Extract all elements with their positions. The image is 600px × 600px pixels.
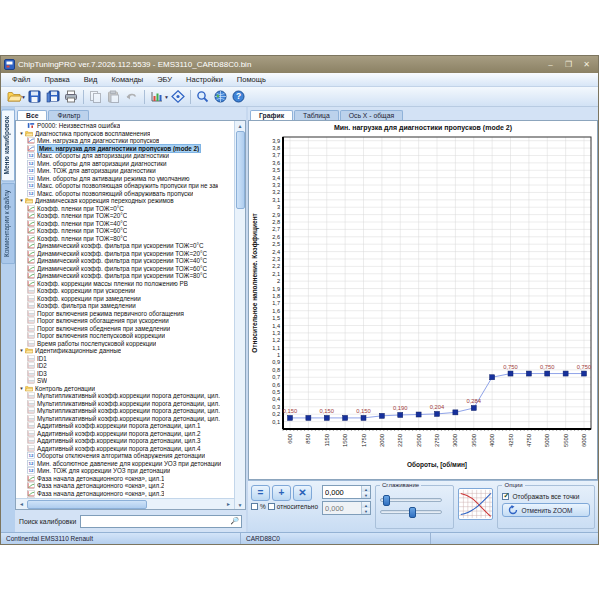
show-all-points-checkbox[interactable] [502, 493, 509, 500]
spin-arrows[interactable]: ▲▼ [361, 486, 370, 498]
help-button[interactable]: ? [230, 88, 248, 105]
right-panel-tab[interactable]: График [250, 110, 293, 120]
menu-item[interactable]: Помощь [230, 74, 273, 85]
relative-checkbox[interactable] [268, 503, 275, 510]
save-button[interactable] [26, 88, 44, 105]
scrollbar-thumb[interactable] [236, 131, 245, 209]
tree-item[interactable]: Мин. обороты для активации режима по умо… [16, 175, 234, 183]
tree-item[interactable]: Коэфф. пленки при ТОЖ=40°C [16, 220, 234, 228]
menu-item[interactable]: ЭБУ [150, 74, 179, 85]
print-button[interactable] [62, 88, 80, 105]
multiply-value-button[interactable]: ✕ [293, 485, 312, 501]
tree-item[interactable]: Мультипликативный коэфф.коррекции порога… [16, 400, 234, 408]
tree-item[interactable]: Мультипликативный коэфф.коррекции порога… [16, 392, 234, 400]
tree-item[interactable]: Мин. нагрузка для диагностики пропусков … [16, 145, 234, 153]
relative-input[interactable] [323, 502, 361, 514]
slider-thumb[interactable] [383, 495, 390, 506]
tree-item[interactable]: Макс. обороты позволяющая обнаружить про… [16, 182, 234, 190]
save-all-button[interactable] [44, 88, 62, 105]
left-panel-tab[interactable]: Все [17, 110, 47, 120]
tree-item[interactable]: Аддитивный коэфф.коррекции порога детона… [16, 430, 234, 438]
tree-item[interactable]: Коэфф. пленки при ТОЖ=20°C [16, 212, 234, 220]
add-value-button[interactable]: + [272, 485, 291, 501]
tree-item[interactable]: Коэфф. коррекции массы пленки по положен… [16, 280, 234, 288]
smoothing-slider-2[interactable] [380, 510, 442, 514]
tree-item[interactable]: Аддитивный коэфф.коррекции порога детона… [16, 437, 234, 445]
tree-item[interactable]: Динамический коэфф. фильтра при ускорени… [16, 257, 234, 265]
tree-item[interactable]: ID1 [16, 355, 234, 363]
tree-item[interactable]: Мультипликативный коэфф.коррекции порога… [16, 407, 234, 415]
expander-icon[interactable]: ▼ [18, 386, 25, 391]
tree-horizontal-scrollbar[interactable]: ◄ ► [16, 498, 234, 509]
tree-item[interactable]: Мин. ТОЖ для коррекции УОЗ при детонации [16, 467, 234, 475]
menu-item[interactable]: Команды [104, 74, 150, 85]
copy-button[interactable] [87, 88, 105, 105]
compass-button[interactable] [169, 88, 187, 105]
tree-item[interactable]: Динамический коэфф. фильтра при ускорени… [16, 265, 234, 273]
tree-item[interactable]: Динамический коэфф. фильтра при ускорени… [16, 250, 234, 258]
tree-item[interactable]: ID2 [16, 362, 234, 370]
tree-item[interactable]: Динамический коэфф. фильтра при ускорени… [16, 272, 234, 280]
browser-button[interactable] [212, 88, 230, 105]
tree-item[interactable]: Коэфф. пленки при ТОЖ=60°C [16, 227, 234, 235]
menu-item[interactable]: Вид [77, 74, 105, 85]
undo-button[interactable] [123, 88, 141, 105]
tree-item[interactable]: Аддитивный коэфф.коррекции порога детона… [16, 422, 234, 430]
tree-vertical-scrollbar[interactable]: ▲ ▼ [234, 121, 245, 509]
search-icon[interactable]: 🔎 [230, 517, 241, 525]
tree-item[interactable]: Коэфф. пленки при ТОЖ=0°C [16, 205, 234, 213]
menu-item[interactable]: Настройки [179, 74, 230, 85]
scroll-up-icon[interactable]: ▲ [235, 121, 246, 130]
side-tab[interactable]: Меню калибровок [1, 109, 15, 181]
tree-item[interactable]: Фаза начала детонационного «окна», цил.2 [16, 482, 234, 490]
smoothing-slider-1[interactable] [380, 498, 442, 502]
tree-item[interactable]: Порог включения послепусковой коррекции [16, 332, 234, 340]
scroll-right-icon[interactable]: ► [223, 500, 234, 509]
maximize-button[interactable]: ❐ [560, 59, 577, 71]
tree-item[interactable]: Коэфф. фильтра при замедлении [16, 302, 234, 310]
scrollbar-thumb[interactable] [27, 500, 147, 509]
tree-item[interactable]: Мультипликативный коэфф.коррекции порога… [16, 415, 234, 423]
tree-item[interactable]: ▼Контроль детонации [16, 385, 234, 393]
expander-icon[interactable]: ▼ [18, 131, 25, 136]
value-input[interactable] [323, 486, 361, 498]
tree-item[interactable]: Аддитивный коэфф.коррекции порога детона… [16, 445, 234, 453]
tree-item[interactable]: ▼Диагностика пропусков воспламенения [16, 130, 234, 138]
set-value-button[interactable]: = [251, 485, 270, 501]
tree-item[interactable]: P0000: Неизвестная ошибка [16, 122, 234, 130]
tree-item[interactable]: ▼Идентификационные данные [16, 347, 234, 355]
side-tab[interactable]: Комментарии к файлу [1, 183, 15, 264]
tree-item[interactable]: Мин. ТОЖ для авторизации диагностики [16, 167, 234, 175]
tree-item[interactable]: Порог включения обеднения при замедлении [16, 325, 234, 333]
scroll-down-icon[interactable]: ▼ [235, 500, 246, 509]
tree-item[interactable]: Мин. абсолютное давление для коррекции У… [16, 460, 234, 468]
search-input[interactable] [81, 516, 230, 527]
cancel-zoom-button[interactable]: Отменить ZOOM [502, 503, 590, 517]
spin-arrows[interactable]: ▲▼ [361, 502, 370, 514]
right-panel-tab[interactable]: Ось X - общая [340, 110, 403, 120]
tree-item[interactable]: Макс. обороты позволяющий обнаруживать п… [16, 190, 234, 198]
tree-item[interactable]: Коэфф. коррекции при замедлении [16, 295, 234, 303]
tree-item[interactable]: Фаза начала детонационного «окна», цил.3 [16, 490, 234, 498]
slider-thumb[interactable] [409, 507, 416, 518]
close-button[interactable]: ✕ [578, 59, 595, 71]
scroll-left-icon[interactable]: ◄ [16, 500, 27, 509]
tree-item[interactable]: Динамический коэфф. фильтра при ускорени… [16, 242, 234, 250]
percent-checkbox[interactable] [251, 503, 258, 510]
tree-item[interactable]: Коэфф. коррекции при ускорении [16, 287, 234, 295]
tree-item[interactable]: SW [16, 377, 234, 385]
tree-item[interactable]: Порог включения режима первичного обогащ… [16, 310, 234, 318]
right-panel-tab[interactable]: Таблица [294, 110, 339, 120]
menu-item[interactable]: Файл [5, 74, 37, 85]
curve-preview-button[interactable] [458, 488, 494, 520]
minimize-button[interactable]: – [542, 59, 559, 71]
tree-item[interactable]: Макс. обороты для авторизации диагностик… [16, 152, 234, 160]
paste-button[interactable] [105, 88, 123, 105]
tree-item[interactable]: Порог включения обогащения при ускорении [16, 317, 234, 325]
search-button[interactable] [194, 88, 212, 105]
left-panel-tab[interactable]: Фильтр [48, 110, 89, 120]
expander-icon[interactable]: ▼ [18, 198, 25, 203]
expander-icon[interactable]: ▼ [18, 348, 25, 353]
tree-item[interactable]: Время работы послепусковой коррекции [16, 340, 234, 348]
tree-item[interactable]: Мин. обороты для авторизации диагностики [16, 160, 234, 168]
